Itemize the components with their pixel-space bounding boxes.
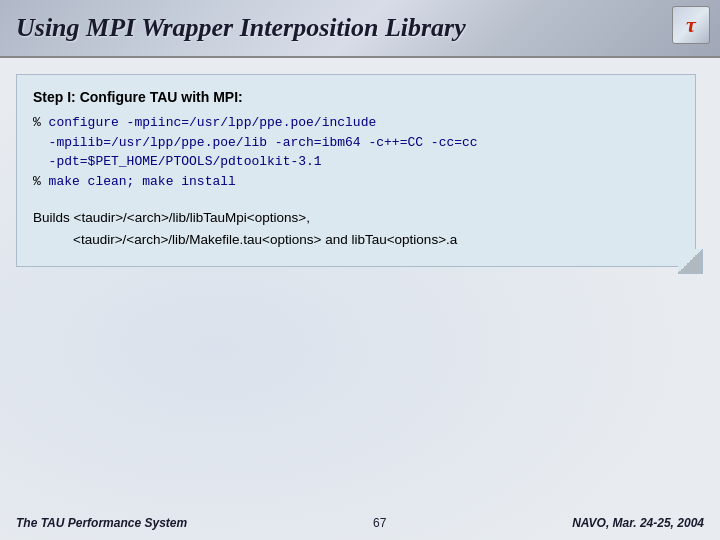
slide: Using MPI Wrapper Interposition Library … [0, 0, 720, 540]
footer-page-number: 67 [373, 516, 386, 530]
builds-line1: Builds <taudir>/<arch>/lib/libTauMpi<opt… [33, 207, 679, 229]
code-line-3: -pdt=$PET_HOME/PTOOLS/pdtoolkit-3.1 [33, 152, 679, 172]
code-line-2: -mpilib=/usr/lpp/ppe.poe/lib -arch=ibm64… [33, 133, 679, 153]
footer-left: The TAU Performance System [16, 516, 187, 530]
builds-description: Builds <taudir>/<arch>/lib/libTauMpi<opt… [33, 207, 679, 250]
tau-logo-icon: τ [672, 6, 710, 44]
main-content: Step I: Configure TAU with MPI: % config… [0, 58, 720, 540]
code-block: % configure -mpiinc=/usr/lpp/ppe.poe/inc… [33, 113, 679, 191]
content-box: Step I: Configure TAU with MPI: % config… [16, 74, 696, 267]
code-line-1: % configure -mpiinc=/usr/lpp/ppe.poe/inc… [33, 113, 679, 133]
code-line-4: % make clean; make install [33, 172, 679, 192]
builds-line2: <taudir>/<arch>/lib/Makefile.tau<options… [73, 229, 679, 251]
step-label: Step I: Configure TAU with MPI: [33, 89, 679, 105]
title-bar: Using MPI Wrapper Interposition Library … [0, 0, 720, 58]
slide-title: Using MPI Wrapper Interposition Library [16, 13, 466, 43]
footer-right: NAVO, Mar. 24-25, 2004 [572, 516, 704, 530]
footer: The TAU Performance System 67 NAVO, Mar.… [0, 516, 720, 530]
